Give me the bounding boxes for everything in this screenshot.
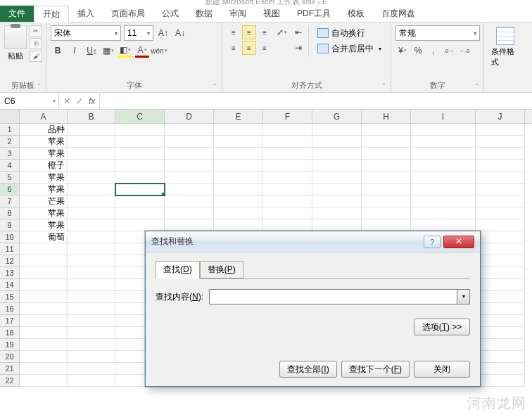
cell[interactable] <box>68 327 115 339</box>
cell[interactable] <box>115 219 165 231</box>
cell[interactable] <box>263 136 312 148</box>
tab-home[interactable]: 开始 <box>34 6 69 23</box>
format-painter-button[interactable]: 🖌 <box>30 51 42 62</box>
cell[interactable] <box>68 148 115 160</box>
cell[interactable]: 苹果 <box>20 136 68 148</box>
cell[interactable] <box>68 363 115 375</box>
paste-icon[interactable] <box>4 25 27 49</box>
cell[interactable] <box>312 219 362 231</box>
row-header[interactable]: 22 <box>0 375 20 387</box>
cell[interactable] <box>20 303 68 315</box>
find-all-button[interactable]: 查找全部(I) <box>279 361 336 378</box>
cell[interactable] <box>68 303 115 315</box>
cell[interactable] <box>476 255 525 267</box>
cell[interactable] <box>362 124 411 136</box>
cell[interactable] <box>476 184 525 195</box>
row-header[interactable]: 11 <box>0 243 20 255</box>
row-header[interactable]: 18 <box>0 327 20 339</box>
fill-color-button[interactable]: ◧ <box>118 44 132 58</box>
cell[interactable] <box>165 148 214 160</box>
dialog-titlebar[interactable]: 查找和替换 ? ✕ <box>146 231 480 252</box>
cell[interactable] <box>362 207 411 219</box>
border-button[interactable]: ▦ <box>101 44 115 58</box>
decrease-decimal-button[interactable]: ←.0 <box>457 44 471 58</box>
cell[interactable] <box>68 243 115 255</box>
number-format-combo[interactable]: 常规 <box>395 25 480 41</box>
cancel-formula-button[interactable]: ✕ <box>63 96 70 106</box>
cell[interactable]: 苹果 <box>20 184 68 195</box>
tab-review[interactable]: 审阅 <box>221 5 255 22</box>
column-header[interactable]: D <box>165 110 214 123</box>
row-header[interactable]: 17 <box>0 315 20 327</box>
cell[interactable] <box>68 160 115 172</box>
cell[interactable] <box>312 136 362 148</box>
cell[interactable] <box>263 195 312 207</box>
cell[interactable] <box>263 184 312 195</box>
cell[interactable] <box>312 207 362 219</box>
cell[interactable] <box>20 291 68 303</box>
cell[interactable] <box>68 339 115 351</box>
tab-formulas[interactable]: 公式 <box>153 5 187 22</box>
cell[interactable] <box>263 172 312 184</box>
cell[interactable] <box>165 195 214 207</box>
cell[interactable] <box>263 160 312 172</box>
indent-decrease-button[interactable]: ⇤ <box>291 25 305 39</box>
percent-button[interactable]: % <box>411 44 425 58</box>
cell[interactable] <box>263 219 312 231</box>
conditional-format-button[interactable]: 条件格式 <box>488 25 522 69</box>
cell[interactable] <box>165 124 214 136</box>
cell[interactable] <box>476 291 525 303</box>
row-header[interactable]: 1 <box>0 124 20 136</box>
tab-data[interactable]: 数据 <box>187 5 221 22</box>
tab-template[interactable]: 模板 <box>339 5 373 22</box>
cell[interactable] <box>165 219 214 231</box>
cell[interactable] <box>68 207 115 219</box>
column-header[interactable]: I <box>411 110 476 123</box>
row-header[interactable]: 20 <box>0 351 20 363</box>
align-right-button[interactable]: ≡ <box>258 41 272 55</box>
cell[interactable] <box>263 207 312 219</box>
dialog-help-button[interactable]: ? <box>424 236 441 248</box>
select-all-corner[interactable] <box>0 110 20 123</box>
cell[interactable] <box>476 279 525 291</box>
indent-increase-button[interactable]: ⇥ <box>291 41 305 55</box>
cell[interactable] <box>115 148 165 160</box>
orientation-button[interactable]: ⤢ <box>274 25 289 39</box>
cell[interactable] <box>476 172 525 184</box>
row-header[interactable]: 14 <box>0 279 20 291</box>
dialog-close-button[interactable]: ✕ <box>443 236 474 248</box>
cell[interactable] <box>476 327 525 339</box>
cell[interactable] <box>362 195 411 207</box>
cell[interactable] <box>68 219 115 231</box>
cell[interactable] <box>411 172 476 184</box>
cell[interactable] <box>411 124 476 136</box>
cell[interactable] <box>263 148 312 160</box>
row-header[interactable]: 12 <box>0 255 20 267</box>
cell[interactable] <box>476 375 525 387</box>
cell[interactable]: 苹果 <box>20 172 68 184</box>
cell[interactable] <box>68 375 115 387</box>
comma-button[interactable]: , <box>426 44 441 58</box>
cell[interactable] <box>476 124 525 136</box>
cut-button[interactable]: ✂ <box>30 25 42 37</box>
italic-button[interactable]: I <box>68 44 82 58</box>
find-next-button[interactable]: 查找下一个(F) <box>341 361 410 378</box>
row-header[interactable]: 13 <box>0 267 20 279</box>
row-header[interactable]: 4 <box>0 160 20 172</box>
cell[interactable] <box>214 172 263 184</box>
tab-file[interactable]: 文件 <box>0 5 34 22</box>
tab-pdf[interactable]: PDF工具 <box>289 5 339 22</box>
cell[interactable]: 苹果 <box>20 148 68 160</box>
cell[interactable] <box>312 148 362 160</box>
cell[interactable] <box>214 160 263 172</box>
cell[interactable] <box>411 148 476 160</box>
cell[interactable] <box>68 267 115 279</box>
cell[interactable] <box>165 160 214 172</box>
decrease-font-button[interactable]: A↓ <box>173 26 187 40</box>
cell[interactable] <box>20 339 68 351</box>
cell[interactable] <box>476 231 525 243</box>
cell[interactable] <box>476 219 525 231</box>
cell[interactable] <box>115 195 165 207</box>
increase-decimal-button[interactable]: .0→ <box>442 44 456 58</box>
cell[interactable] <box>68 184 115 195</box>
